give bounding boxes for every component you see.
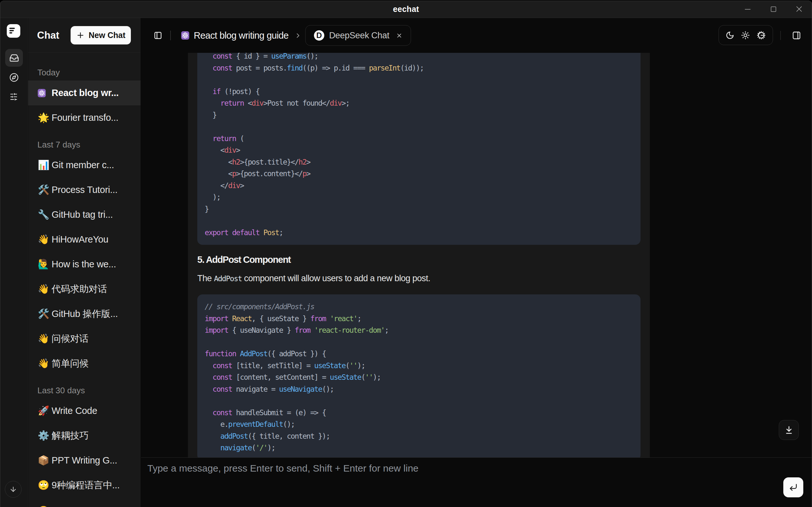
emoji-icon: 🔧 [38, 210, 52, 219]
chat-history-item[interactable]: 🛠️GitHub 操作版... [28, 301, 141, 326]
main-panel: React blog writing guide D DeepSeek Chat [141, 18, 812, 507]
chat-history-title: Write Code [52, 405, 97, 416]
code-line: const [content, setContent] = useState('… [205, 372, 637, 383]
nav-settings-button[interactable] [10, 93, 18, 101]
code-line: <div> [205, 144, 637, 156]
toggle-sidebar-button[interactable] [150, 27, 166, 43]
chat-history-title: Process Tutori... [52, 184, 117, 195]
chat-area[interactable]: const { id } = useParams(); const post =… [141, 53, 812, 457]
emoji-icon: 🛠️ [38, 185, 52, 194]
code-line: addPost({ title, content }); [205, 430, 637, 442]
code-line: <p>{post.content}</p> [205, 168, 637, 180]
section-label: Today [28, 64, 141, 80]
sidebar-title: Chat [37, 30, 59, 41]
code-line: } [205, 109, 637, 121]
code-line: ); [205, 191, 637, 203]
send-button[interactable] [783, 477, 803, 497]
code-line: // src/components/AddPost.js [205, 301, 637, 313]
chat-history-item[interactable]: ⚙️解耦技巧 [28, 423, 141, 448]
message-input[interactable] [147, 463, 773, 498]
model-pill[interactable]: D DeepSeek Chat [305, 25, 411, 46]
system-theme-button[interactable] [757, 31, 766, 40]
chat-history-title: Git member c... [52, 160, 114, 170]
rail-scroll-down-button[interactable] [5, 481, 21, 498]
code-line: const handleSubmit = (e) => { [205, 407, 637, 419]
chat-history-item[interactable]: 🌟Fourier transfo... [28, 105, 141, 130]
code-line: if (!post) { [205, 86, 637, 98]
new-chat-button[interactable]: New Chat [70, 26, 131, 45]
theme-switcher [718, 25, 773, 45]
code-line [205, 215, 637, 227]
maximize-button[interactable] [760, 0, 786, 18]
nav-chats-button[interactable] [5, 49, 23, 67]
chat-history-title: How is the we... [52, 259, 116, 270]
emoji-icon: 📦 [38, 456, 52, 465]
sun-icon [741, 31, 750, 40]
inline-code: AddPost [214, 274, 242, 283]
chat-history-item[interactable]: 📊Git member c... [28, 153, 141, 177]
code-line [205, 395, 637, 407]
emoji-icon: 👋 [38, 359, 52, 368]
code-block-post-component: const { id } = useParams(); const post =… [197, 53, 641, 245]
plus-icon [76, 31, 85, 40]
code-block-addpost: // src/components/AddPost.jsimport React… [197, 294, 641, 457]
send-enter-icon [789, 483, 798, 492]
emoji-icon: 🚀 [38, 406, 52, 415]
emoji-icon: 👋 [38, 284, 52, 294]
moon-icon [726, 31, 734, 40]
panel-left-icon [154, 31, 162, 40]
scroll-to-bottom-button[interactable] [779, 420, 799, 440]
code-line: import { useNavigate } from 'react-route… [205, 324, 637, 336]
conversation-icon [181, 31, 189, 40]
message-paragraph: The AddPost component will allow users t… [197, 273, 641, 284]
chat-history-title: 问候对话 [52, 332, 89, 345]
minimize-button[interactable] [734, 0, 760, 18]
chat-history-title: HiHowAreYou [52, 234, 108, 245]
chat-history-item[interactable]: 😀 [28, 499, 141, 507]
emoji-icon: 🛠️ [38, 309, 52, 319]
close-icon [796, 6, 802, 12]
model-name: DeepSeek Chat [329, 31, 390, 41]
chat-history-item[interactable]: 👋简单问候 [28, 351, 141, 376]
conversation-title[interactable]: React blog writing guide [194, 18, 289, 53]
code-line: const post = posts.find((p) => p.id === … [205, 62, 637, 74]
code-line: const [title, setTitle] = useState(''); [205, 360, 637, 372]
chat-list: TodayReact blog wr...🌟Fourier transfo...… [28, 53, 141, 507]
chat-history-title: PPT Writing G... [52, 455, 117, 466]
chat-history-title: React blog wr... [52, 88, 119, 98]
close-button[interactable] [786, 0, 812, 18]
chat-history-item[interactable]: 👋问候对话 [28, 326, 141, 351]
app-title: eechat [0, 0, 812, 18]
chat-history-item[interactable]: 🔧GitHub tag tri... [28, 202, 141, 227]
nav-discover-button[interactable] [9, 73, 19, 82]
chat-history-item[interactable]: 👋HiHowAreYou [28, 227, 141, 252]
panel-right-icon [792, 31, 801, 40]
model-close-button[interactable] [396, 33, 402, 39]
chat-history-item[interactable]: React blog wr... [28, 80, 141, 105]
emoji-icon: 🙄 [38, 481, 52, 490]
chat-history-item[interactable]: 🙋‍♂️How is the we... [28, 252, 141, 277]
chat-history-item[interactable]: 🙄9种编程语言中... [28, 473, 141, 498]
light-mode-button[interactable] [741, 31, 750, 40]
compass-icon [9, 73, 19, 82]
code-line: </div> [205, 180, 637, 192]
minimize-icon [745, 6, 751, 12]
chat-history-item[interactable]: 🛠️Process Tutori... [28, 177, 141, 202]
chat-history-item[interactable]: 📦PPT Writing G... [28, 448, 141, 473]
toggle-right-panel-button[interactable] [789, 27, 804, 43]
emoji-icon: 📊 [38, 160, 52, 170]
code-line: const navigate = useNavigate(); [205, 383, 637, 395]
code-line: import React, { useState } from 'react'; [205, 313, 637, 325]
chat-history-item[interactable]: 🚀Write Code [28, 398, 141, 423]
section-label: Last 30 days [28, 382, 141, 398]
emoji-icon: 🌟 [38, 113, 52, 122]
composer [141, 457, 812, 507]
chat-history-item[interactable]: 👋代码求助对话 [28, 277, 141, 301]
sidebar: Chat New Chat TodayReact blog wr...🌟Four… [28, 18, 141, 507]
model-close-icon [396, 33, 402, 39]
chat-history-title: 代码求助对话 [52, 283, 107, 296]
message-heading: 5. AddPost Component [197, 252, 641, 267]
arrow-down-icon [9, 486, 17, 493]
dark-mode-button[interactable] [726, 31, 734, 40]
app-logo[interactable] [7, 24, 20, 38]
